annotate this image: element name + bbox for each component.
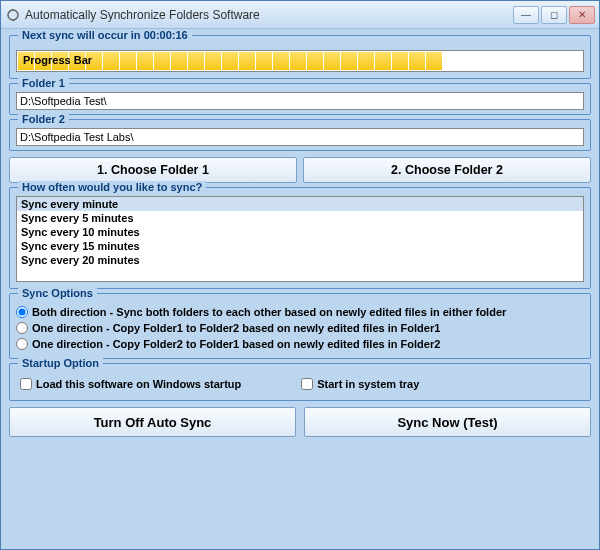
progress-block: [494, 52, 510, 70]
maximize-button[interactable]: ◻: [541, 6, 567, 24]
progress-block: [188, 52, 204, 70]
progress-block: [443, 52, 459, 70]
sync-option-label: One direction - Copy Folder2 to Folder1 …: [32, 338, 440, 350]
sync-options-legend: Sync Options: [18, 287, 97, 299]
sync-now-button[interactable]: Sync Now (Test): [304, 407, 591, 437]
progress-block: [358, 52, 374, 70]
client-area: Next sync will occur in 00:00:16 Progres…: [1, 29, 599, 549]
progress-blocks: [17, 51, 583, 71]
startup-checks: Load this software on Windows startup St…: [16, 374, 584, 394]
interval-option[interactable]: Sync every 20 minutes: [17, 253, 583, 267]
sync-option-radio[interactable]: [16, 322, 28, 334]
startup-group: Startup Option Load this software on Win…: [9, 363, 591, 401]
folder2-group: Folder 2: [9, 119, 591, 151]
progress-block: [392, 52, 408, 70]
app-window: Automatically Synchronize Folders Softwa…: [0, 0, 600, 550]
countdown-prefix: Next sync will occur in: [22, 29, 144, 41]
progress-block: [120, 52, 136, 70]
load-on-startup-label: Load this software on Windows startup: [36, 378, 241, 390]
progress-block: [324, 52, 340, 70]
start-in-tray-checkbox[interactable]: [301, 378, 313, 390]
progress-block: [205, 52, 221, 70]
app-icon: [5, 7, 21, 23]
progress-block: [460, 52, 476, 70]
progress-block: [222, 52, 238, 70]
progress-block: [375, 52, 391, 70]
progress-block: [528, 52, 544, 70]
progress-label: Progress Bar: [23, 54, 92, 66]
progress-block: [477, 52, 493, 70]
close-button[interactable]: ✕: [569, 6, 595, 24]
sync-option-row[interactable]: Both direction - Sync both folders to ea…: [16, 304, 584, 320]
progress-block: [154, 52, 170, 70]
progress-block: [426, 52, 442, 70]
progress-block: [545, 52, 561, 70]
interval-legend: How often would you like to sync?: [18, 181, 206, 193]
progress-row: Progress Bar: [16, 46, 584, 72]
progress-block: [307, 52, 323, 70]
progress-bar: Progress Bar: [16, 50, 584, 72]
sync-option-row[interactable]: One direction - Copy Folder1 to Folder2 …: [16, 320, 584, 336]
startup-legend: Startup Option: [18, 357, 103, 369]
sync-options-group: Sync Options Both direction - Sync both …: [9, 293, 591, 359]
sync-option-row[interactable]: One direction - Copy Folder2 to Folder1 …: [16, 336, 584, 352]
progress-block: [562, 52, 578, 70]
progress-block: [103, 52, 119, 70]
start-in-tray-row[interactable]: Start in system tray: [301, 376, 419, 392]
progress-block: [171, 52, 187, 70]
folder2-legend: Folder 2: [18, 113, 69, 125]
progress-block: [409, 52, 425, 70]
progress-block: [239, 52, 255, 70]
window-controls: — ◻ ✕: [513, 6, 595, 24]
sync-option-radio[interactable]: [16, 306, 28, 318]
countdown-time: 00:00:16: [144, 29, 188, 41]
choose-folder-row: 1. Choose Folder 1 2. Choose Folder 2: [9, 157, 591, 183]
interval-option[interactable]: Sync every minute: [17, 197, 583, 211]
countdown-legend: Next sync will occur in 00:00:16: [18, 29, 192, 41]
progress-block: [290, 52, 306, 70]
progress-block: [511, 52, 527, 70]
folder1-legend: Folder 1: [18, 77, 69, 89]
countdown-group: Next sync will occur in 00:00:16 Progres…: [9, 35, 591, 79]
interval-group: How often would you like to sync? Sync e…: [9, 187, 591, 289]
turn-off-autosync-button[interactable]: Turn Off Auto Sync: [9, 407, 296, 437]
bottom-button-row: Turn Off Auto Sync Sync Now (Test): [9, 407, 591, 437]
interval-option[interactable]: Sync every 5 minutes: [17, 211, 583, 225]
load-on-startup-checkbox[interactable]: [20, 378, 32, 390]
minimize-button[interactable]: —: [513, 6, 539, 24]
choose-folder1-button[interactable]: 1. Choose Folder 1: [9, 157, 297, 183]
interval-option[interactable]: Sync every 10 minutes: [17, 225, 583, 239]
sync-option-label: Both direction - Sync both folders to ea…: [32, 306, 506, 318]
folder1-group: Folder 1: [9, 83, 591, 115]
interval-listbox[interactable]: Sync every minuteSync every 5 minutesSyn…: [16, 196, 584, 282]
sync-options-container: Both direction - Sync both folders to ea…: [16, 304, 584, 352]
progress-block: [341, 52, 357, 70]
sync-option-radio[interactable]: [16, 338, 28, 350]
progress-block: [256, 52, 272, 70]
progress-block: [137, 52, 153, 70]
load-on-startup-row[interactable]: Load this software on Windows startup: [20, 376, 241, 392]
window-title: Automatically Synchronize Folders Softwa…: [25, 8, 513, 22]
folder1-path-input[interactable]: [16, 92, 584, 110]
titlebar: Automatically Synchronize Folders Softwa…: [1, 1, 599, 29]
choose-folder2-button[interactable]: 2. Choose Folder 2: [303, 157, 591, 183]
progress-block: [273, 52, 289, 70]
sync-option-label: One direction - Copy Folder1 to Folder2 …: [32, 322, 440, 334]
folder2-path-input[interactable]: [16, 128, 584, 146]
interval-option[interactable]: Sync every 15 minutes: [17, 239, 583, 253]
start-in-tray-label: Start in system tray: [317, 378, 419, 390]
